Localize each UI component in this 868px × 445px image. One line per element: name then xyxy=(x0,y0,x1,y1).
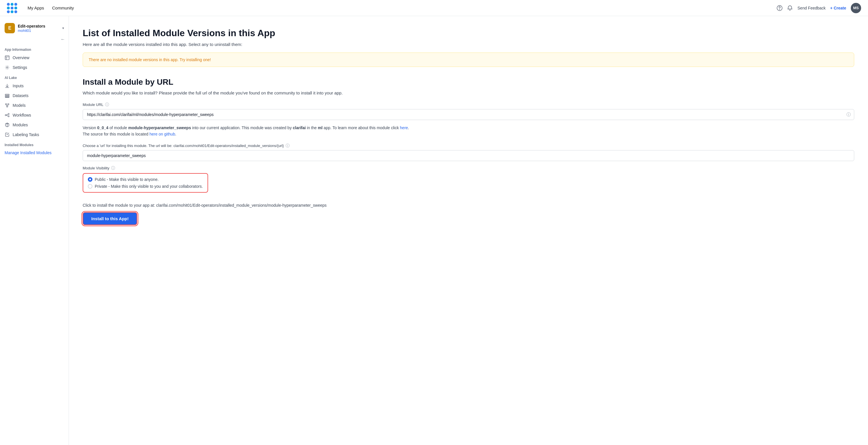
sidebar: E Edit-operators mohit01 ▾ ← App Informa… xyxy=(0,16,69,445)
topnav-community[interactable]: Community xyxy=(49,4,78,12)
help-icon-button[interactable] xyxy=(777,5,782,11)
models-icon xyxy=(5,103,10,108)
overview-icon xyxy=(5,55,10,60)
module-app: ml xyxy=(318,125,322,130)
page-subtitle: Here are all the module versions install… xyxy=(83,42,854,47)
sidebar-models-label: Models xyxy=(12,103,26,108)
visibility-field-row: Module Visibility ⓘ Public - Make this v… xyxy=(83,166,854,198)
module-url-field-hint-icon: ⓘ xyxy=(846,112,851,117)
user-avatar[interactable]: MS xyxy=(851,3,861,13)
module-name: module-hyperparameter_sweeps xyxy=(128,125,191,130)
main-layout: E Edit-operators mohit01 ▾ ← App Informa… xyxy=(0,16,868,445)
visibility-public-option[interactable]: Public - Make this visible to anyone. xyxy=(88,177,203,182)
svg-point-17 xyxy=(8,116,9,117)
svg-rect-10 xyxy=(5,103,7,105)
sidebar-modules-label: Modules xyxy=(12,123,28,127)
svg-rect-2 xyxy=(5,56,9,60)
sidebar-chevron-icon: ▾ xyxy=(62,26,64,30)
sidebar-item-modules[interactable]: Modules xyxy=(0,120,69,130)
sidebar-overview-label: Overview xyxy=(12,55,29,60)
svg-rect-7 xyxy=(5,94,9,95)
sidebar-item-datasets[interactable]: Datasets xyxy=(0,91,69,100)
module-url-input-wrapper: ⓘ xyxy=(83,109,854,120)
page-title: List of Installed Module Versions in thi… xyxy=(83,28,854,38)
sidebar-item-overview[interactable]: Overview xyxy=(0,53,69,63)
sidebar-app-user: mohit01 xyxy=(18,28,59,33)
sidebar-installed-modules-label: Installed Modules xyxy=(0,140,69,148)
sidebar-app-header[interactable]: E Edit-operators mohit01 ▾ xyxy=(0,21,69,36)
sidebar-manage-installed-link[interactable]: Manage Installed Modules xyxy=(0,148,69,157)
url-slug-label: Choose a 'url' for installing this modul… xyxy=(83,143,854,148)
visibility-public-label: Public - Make this visible to anyone. xyxy=(95,177,159,182)
notice-text: There are no installed module versions i… xyxy=(89,57,211,62)
visibility-private-radio[interactable] xyxy=(88,184,92,189)
sidebar-settings-label: Settings xyxy=(12,65,27,70)
url-slug-input[interactable] xyxy=(83,150,854,161)
sidebar-inputs-label: Inputs xyxy=(12,84,24,88)
visibility-hint-icon[interactable]: ⓘ xyxy=(111,166,115,171)
sidebar-app-info-section-label: App Information xyxy=(0,44,69,53)
url-slug-field-row: Choose a 'url' for installing this modul… xyxy=(83,143,854,161)
module-creator: clarifai xyxy=(293,125,306,130)
settings-icon xyxy=(5,65,10,70)
sidebar-datasets-label: Datasets xyxy=(12,93,28,98)
help-icon xyxy=(777,5,782,11)
sidebar-ai-lake-section-label: AI Lake xyxy=(0,72,69,81)
svg-rect-8 xyxy=(5,96,9,96)
notifications-icon-button[interactable] xyxy=(787,5,793,11)
install-section-subtitle: Which module would you like to install? … xyxy=(83,90,854,95)
no-modules-notice: There are no installed module versions i… xyxy=(83,53,854,67)
module-url-label: Module URL ⓘ xyxy=(83,102,854,108)
sidebar-labeling-tasks-label: Labeling Tasks xyxy=(12,132,39,137)
sidebar-item-workflows[interactable]: Workflows xyxy=(0,110,69,120)
sidebar-item-models[interactable]: Models xyxy=(0,100,69,110)
sidebar-item-settings[interactable]: Settings xyxy=(0,63,69,72)
install-button[interactable]: Install to this App! xyxy=(83,212,137,225)
sidebar-app-name: Edit-operators xyxy=(18,24,59,28)
feedback-link[interactable]: Send Feedback xyxy=(797,6,826,10)
svg-rect-12 xyxy=(7,106,8,107)
visibility-private-option[interactable]: Private - Make this only visible to you … xyxy=(88,184,203,189)
module-url-input[interactable] xyxy=(83,109,854,120)
sidebar-app-info: Edit-operators mohit01 xyxy=(18,24,59,33)
visibility-private-label: Private - Make this only visible to you … xyxy=(95,184,203,189)
svg-point-5 xyxy=(7,67,8,68)
create-button[interactable]: + Create xyxy=(830,6,846,10)
labeling-tasks-icon xyxy=(5,132,10,137)
module-url-field-row: Module URL ⓘ ⓘ xyxy=(83,102,854,120)
svg-rect-11 xyxy=(8,103,9,105)
sidebar-collapse-button[interactable]: ← xyxy=(59,36,66,43)
main-content: List of Installed Module Versions in thi… xyxy=(69,16,868,445)
inputs-icon xyxy=(5,83,10,88)
svg-point-15 xyxy=(5,115,6,116)
sidebar-workflows-label: Workflows xyxy=(12,113,31,117)
top-navbar: My Apps Community Send Feedback + Create… xyxy=(0,0,868,16)
url-slug-hint-icon[interactable]: ⓘ xyxy=(286,143,290,148)
module-version: 0_0_4 xyxy=(97,125,108,130)
modules-icon xyxy=(5,122,10,127)
module-github-link[interactable]: here on github xyxy=(150,132,175,137)
sidebar-item-labeling-tasks[interactable]: Labeling Tasks xyxy=(0,130,69,140)
svg-rect-9 xyxy=(5,97,9,98)
topnav-links: My Apps Community xyxy=(24,4,77,12)
visibility-options: Public - Make this visible to anyone. Pr… xyxy=(83,173,208,192)
sidebar-item-inputs[interactable]: Inputs xyxy=(0,81,69,91)
install-section-title: Install a Module by URL xyxy=(83,77,854,87)
workflows-icon xyxy=(5,113,10,118)
topnav-myapps[interactable]: My Apps xyxy=(24,4,48,12)
svg-point-16 xyxy=(8,113,9,115)
sidebar-app-icon: E xyxy=(5,23,15,33)
module-url-hint-icon[interactable]: ⓘ xyxy=(105,102,109,108)
install-info-text: Click to install the module to your app … xyxy=(83,203,854,208)
app-logo[interactable] xyxy=(7,3,17,13)
module-info-text: Version 0_0_4 of module module-hyperpara… xyxy=(83,125,854,138)
svg-line-14 xyxy=(7,105,8,106)
bell-icon xyxy=(787,5,793,11)
svg-line-18 xyxy=(6,114,8,115)
url-slug-input-wrapper xyxy=(83,150,854,161)
module-here-link[interactable]: here xyxy=(400,125,408,130)
svg-line-13 xyxy=(6,105,7,106)
topnav-right: Send Feedback + Create MS xyxy=(777,3,861,13)
visibility-public-radio[interactable] xyxy=(88,177,92,182)
datasets-icon xyxy=(5,93,10,98)
